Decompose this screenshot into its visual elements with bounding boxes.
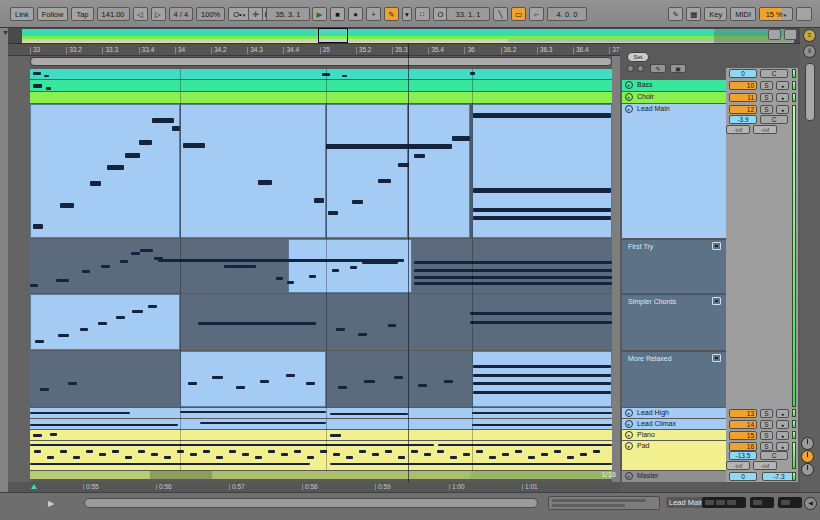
play-button[interactable]: ▶ [312,7,327,21]
track-fold-icon[interactable]: ▸ [625,431,633,439]
set-loop-button[interactable]: Set [627,52,649,62]
solo-button[interactable]: S [760,105,773,114]
time-signature-display[interactable]: 4 / 4 [169,7,194,21]
volume-display[interactable]: -3.9 [729,115,757,124]
pan-display[interactable]: 0 [729,69,757,78]
pan-display[interactable]: C [760,115,788,124]
solo-button[interactable]: S [760,442,773,451]
follow-playhead-icon[interactable]: ✛ [248,7,263,21]
solo-button[interactable]: S [760,431,773,440]
arm-button[interactable]: ● [776,431,789,440]
send-a-knob[interactable] [801,437,814,450]
solo-button[interactable]: S [760,420,773,429]
clip[interactable] [180,104,326,238]
clip[interactable] [30,471,150,479]
clip[interactable] [472,351,612,407]
horizontal-zoom-scrollbar[interactable] [30,57,612,66]
midi-map-button[interactable]: MIDI [730,7,756,21]
track-number-box[interactable]: 11 [729,93,757,102]
send-b-display[interactable]: -inf [753,461,777,470]
expand-status-icon[interactable]: ▶ [48,499,54,508]
pan-display[interactable]: C [760,451,788,460]
punch-out-icon[interactable]: ⌐ [529,7,544,21]
track-header-lead-high[interactable]: ▸Lead High [622,408,726,418]
computer-midi-keyboard-icon[interactable]: ▦ [686,7,701,21]
send-b-display[interactable]: -inf [753,125,777,134]
arm-button[interactable]: ● [776,409,789,418]
panel-toggle-left[interactable] [768,29,781,40]
draw-mode-icon[interactable]: ✎ [384,7,399,21]
track-header-choir[interactable]: ▸Choir [622,92,726,103]
follow-button[interactable]: Follow [37,7,69,21]
quantize-menu-button[interactable]: O•▾ [228,7,250,21]
solo-button[interactable]: S [760,409,773,418]
clip-view-icon[interactable]: ▣ [670,64,686,73]
lane-piano[interactable] [30,430,612,440]
overdub-icon[interactable]: + [366,7,381,21]
lane-audition-button[interactable] [712,297,721,305]
solo-button[interactable]: S [760,93,773,102]
punch-in-icon[interactable]: ╲ [493,7,508,21]
lane-audition-button[interactable] [712,242,721,250]
lane-choir[interactable] [30,92,612,103]
tempo-display[interactable]: 141.00 [97,7,130,21]
panel-toggle-right[interactable] [784,29,797,40]
track-fold-icon[interactable]: ▸ [625,93,633,101]
automation-dot-icon[interactable] [627,65,634,72]
send-a-display[interactable]: -inf [726,461,750,470]
track-header-piano[interactable]: ▸Piano [622,430,726,440]
arm-button[interactable]: ● [776,442,789,451]
track-header-lead-main[interactable]: ▸Lead Main [622,104,726,238]
key-map-button[interactable]: Key [704,7,727,21]
track-number-box[interactable]: 13 [729,409,757,418]
clip[interactable] [212,471,470,479]
nudge-down-icon[interactable]: ◁ [133,7,148,21]
automation-arm-icon[interactable]: ▾ [402,7,412,21]
track-number-box[interactable]: 15 [729,431,757,440]
groove-amount-display[interactable]: 100% [196,7,225,21]
track-fold-icon[interactable]: ▸ [625,472,633,480]
track-number-box[interactable]: 12 [729,105,757,114]
solo-button[interactable]: S [760,81,773,90]
track-header-master[interactable]: ▸Master [622,471,726,482]
draw-icon[interactable]: ✎ [668,7,683,21]
master-volume-display[interactable]: -7.3 [762,472,796,481]
take-lane-header-first-try[interactable]: First Try [622,239,726,293]
io-section-icon[interactable]: ⦀ [803,45,816,58]
time-ruler[interactable]: 0:550:560:570:580:591:001:01 [8,482,620,492]
bar-ruler[interactable]: 3333.233.333.43434.234.334.43535.235.335… [8,44,620,56]
draw-automation-icon[interactable]: ✎ [650,64,666,73]
automation-dot-icon[interactable] [637,65,644,72]
send-a-display[interactable]: -inf [726,125,750,134]
playback-start-marker[interactable] [31,484,37,489]
cpu-meter[interactable]: 15 %▾ [759,7,793,21]
clip[interactable] [30,104,180,238]
pan-knob[interactable] [801,463,814,476]
arrangement-position-display[interactable]: 35. 3. 1 [266,7,310,21]
lane-utility[interactable] [30,69,612,79]
record-button[interactable]: ● [348,7,363,21]
arm-button[interactable]: ● [776,105,789,114]
pan-center-display[interactable]: C [760,69,788,78]
track-fold-icon[interactable]: ▸ [625,442,633,450]
loop-length-display[interactable]: 4. 0. 0 [547,7,587,21]
clip[interactable] [326,104,408,238]
loop-switch-icon[interactable]: ▭ [511,7,526,21]
track-number-box[interactable]: 10 [729,81,757,90]
master-pan-display[interactable]: 0 [729,472,757,481]
take-lane-header-more-relaxed[interactable]: More Relaxed [622,351,726,407]
nudge-up-icon[interactable]: ▷ [151,7,166,21]
clip[interactable] [180,351,326,407]
arm-button[interactable]: ● [776,81,789,90]
volume-display[interactable]: -13.5 [729,451,757,460]
track-fold-icon[interactable]: ▸ [625,105,633,113]
take-lane-header-simpler-chords[interactable]: Simpler Chords [622,294,726,350]
track-fold-icon[interactable]: ▸ [625,81,633,89]
mixer-menu-icon[interactable]: ≡ [803,29,816,42]
clip[interactable] [150,471,212,479]
lane-audition-button[interactable] [712,354,721,362]
overview-viewport[interactable] [318,28,348,43]
arm-button[interactable]: ● [776,420,789,429]
clip[interactable] [408,104,470,238]
track-number-box[interactable]: 16 [729,442,757,451]
